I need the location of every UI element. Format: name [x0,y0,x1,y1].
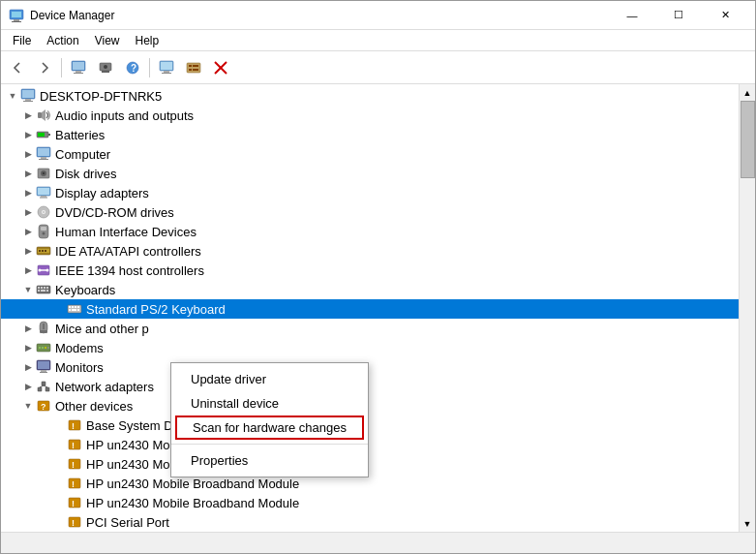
toolbar-back[interactable] [5,55,30,80]
toolbar-help[interactable]: ? [120,55,145,80]
basesystem-icon: ! [67,417,82,433]
hid-expand[interactable]: ▶ [20,224,36,239]
dvd-expand[interactable]: ▶ [20,204,36,220]
other-expand[interactable]: ▼ [20,398,36,414]
monitors-expand[interactable]: ▶ [20,359,36,375]
close-button[interactable]: ✕ [703,1,747,30]
tree-hid[interactable]: ▶ Human Interface Devices [1,222,739,241]
tree-basesystem[interactable]: ▶ ! Base System Device [1,416,739,435]
tree-hp3[interactable]: ▶ ! HP un2430 Mobile Broadband Module [1,474,739,493]
tree-disk[interactable]: ▶ Disk drives [1,164,739,183]
svg-text:!: ! [72,421,75,431]
mice-expand[interactable]: ▶ [20,321,36,336]
toolbar-resources[interactable] [181,55,206,80]
tree-root[interactable]: ▼ DESKTOP-DFTNRK5 [1,86,739,106]
hp2-icon: ! [67,456,82,472]
svg-rect-67 [72,306,74,308]
monitors-icon [36,359,51,375]
tree-ide[interactable]: ▶ IDE ATA/ATAPI controllers [1,241,739,261]
tree-hp1[interactable]: ▶ ! HP un2430 Mobile Broadband Module [1,435,739,454]
maximize-button[interactable]: ☐ [656,1,701,30]
ide-expand[interactable]: ▶ [20,243,36,259]
context-properties[interactable]: Properties [171,448,368,473]
context-scan[interactable]: Scan for hardware changes [175,416,364,440]
tree-mice[interactable]: ▶ Mice and other p [1,319,739,338]
tree-dvd[interactable]: ▶ DVD/CD-ROM drives [1,202,739,222]
toolbar-devices[interactable] [93,55,118,80]
menu-view[interactable]: View [87,32,128,49]
batteries-expand[interactable]: ▶ [20,127,36,142]
svg-rect-64 [46,290,48,292]
toolbar-forward[interactable] [32,55,57,80]
context-update-driver[interactable]: Update driver [171,367,368,391]
svg-rect-92 [69,420,80,430]
context-uninstall[interactable]: Uninstall device [171,391,368,416]
svg-rect-86 [45,387,49,391]
svg-rect-40 [38,188,49,195]
root-label: DESKTOP-DFTNRK5 [40,89,162,104]
svg-text:!: ! [72,460,75,470]
computer-expand[interactable]: ▶ [20,146,36,162]
toolbar-show-devices[interactable] [154,55,179,80]
svg-rect-5 [73,62,84,70]
root-expand[interactable]: ▼ [5,88,20,104]
audio-icon [36,108,51,123]
tree-keyboards[interactable]: ▼ Keyboards [1,280,739,299]
svg-rect-42 [40,198,47,199]
network-expand[interactable]: ▶ [20,379,36,394]
minimize-button[interactable]: — [610,1,654,30]
hid-icon [36,224,51,239]
toolbar-remove[interactable] [208,55,233,80]
ieee-label: IEEE 1394 host controllers [55,263,204,278]
modems-icon [36,340,51,355]
svg-point-38 [43,172,45,174]
scroll-thumb[interactable] [741,101,755,178]
tree-hp2[interactable]: ▶ ! HP un2430 Mobile Broadband Module [1,454,739,474]
toolbar-computer[interactable] [66,55,91,80]
svg-rect-59 [41,287,43,289]
svg-rect-85 [38,387,42,391]
svg-rect-62 [38,290,40,292]
tree-batteries[interactable]: ▶ Batteries [1,125,739,144]
tree-pciserial[interactable]: ▶ ! PCI Serial Port [1,512,739,532]
ieee-expand[interactable]: ▶ [20,262,36,278]
svg-rect-94 [69,440,80,449]
tree-ieee[interactable]: ▶ IEEE 1394 host controllers [1,261,739,280]
menu-help[interactable]: Help [128,32,167,49]
modems-expand[interactable]: ▶ [20,340,36,355]
ide-icon [36,243,51,259]
keyboards-expand[interactable]: ▼ [20,282,36,297]
tree-computer[interactable]: ▶ Computer [1,144,739,164]
keyboard-item-icon [67,301,82,317]
window-controls: — ☐ ✕ [610,1,747,30]
scroll-track[interactable] [740,101,755,515]
mice-icon [36,321,51,336]
audio-expand[interactable]: ▶ [20,108,36,123]
svg-point-48 [43,232,45,235]
svg-point-55 [39,269,42,272]
svg-rect-47 [41,227,46,231]
scroll-up[interactable]: ▲ [740,84,756,101]
window-title: Device Manager [30,9,610,22]
disk-expand[interactable]: ▶ [20,166,36,181]
tree-other[interactable]: ▼ ? Other devices [1,396,739,416]
tree-monitors[interactable]: ▶ Monitors [1,357,739,377]
vertical-scrollbar[interactable]: ▲ ▼ [739,84,755,532]
tree-audio[interactable]: ▶ Audio inputs and outputs [1,106,739,125]
scroll-down[interactable]: ▼ [740,515,756,532]
menu-file[interactable]: File [5,32,39,49]
svg-text:!: ! [72,479,75,489]
toolbar: ? [1,51,755,84]
tree-network[interactable]: ▶ Network adapters [1,377,739,396]
display-expand[interactable]: ▶ [20,185,36,200]
tree-display[interactable]: ▶ Display adapters [1,183,739,202]
device-tree[interactable]: ▼ DESKTOP-DFTNRK5 ▶ [1,84,739,532]
menu-action[interactable]: Action [39,32,86,49]
svg-rect-52 [42,250,44,252]
tree-stdps2[interactable]: ▶ Standard PS/2 Keyboard [1,299,739,319]
tree-modems[interactable]: ▶ Modems [1,338,739,357]
svg-rect-69 [77,306,79,308]
tree-hp4[interactable]: ▶ ! HP un2430 Mobile Broadband Module [1,493,739,512]
svg-rect-41 [41,196,46,198]
keyboards-icon [36,282,51,297]
